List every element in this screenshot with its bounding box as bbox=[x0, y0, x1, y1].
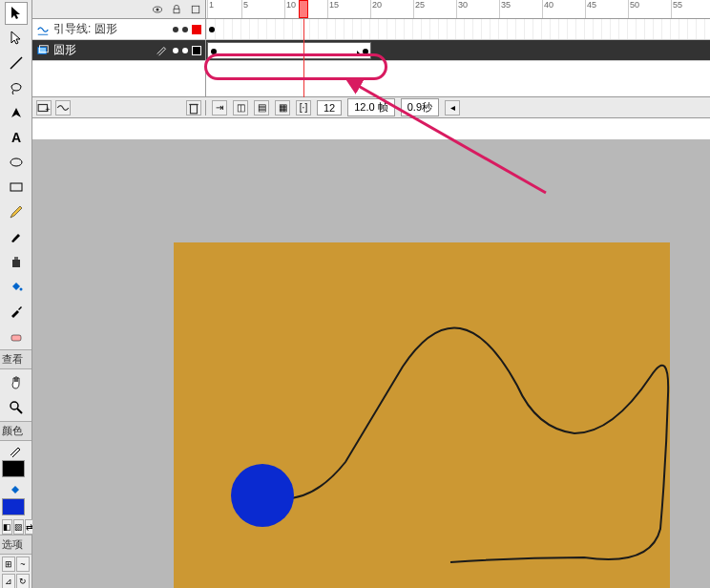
edit-multi-button[interactable]: ▦ bbox=[275, 100, 290, 116]
outline-icon[interactable] bbox=[190, 4, 201, 15]
ruler-tick: 50 bbox=[628, 0, 639, 18]
fill-bucket-icon bbox=[5, 483, 28, 496]
ruler-tick: 45 bbox=[585, 0, 596, 18]
layer-guide-frames[interactable] bbox=[206, 19, 710, 39]
selection-tool[interactable] bbox=[5, 2, 28, 25]
subselection-tool[interactable] bbox=[5, 27, 28, 50]
onion-markers-button[interactable]: [·] bbox=[296, 100, 311, 116]
ruler-tick: 20 bbox=[370, 0, 382, 18]
keyframe-icon[interactable] bbox=[209, 27, 215, 32]
rotate-button[interactable]: ↻ bbox=[16, 574, 30, 588]
ruler-tick: 1 bbox=[207, 0, 214, 18]
stroke-color-swatch[interactable] bbox=[2, 460, 25, 477]
svg-point-2 bbox=[10, 158, 22, 166]
document-canvas-area[interactable] bbox=[32, 139, 710, 588]
motion-guide-path bbox=[174, 242, 670, 588]
svg-rect-7 bbox=[11, 335, 21, 341]
hand-tool[interactable] bbox=[5, 371, 28, 394]
lasso-tool[interactable] bbox=[5, 76, 28, 99]
pencil-tool[interactable] bbox=[5, 200, 28, 223]
playhead-line bbox=[303, 40, 304, 61]
playhead-line bbox=[303, 61, 304, 97]
stroke-color-row bbox=[0, 441, 31, 479]
visibility-dot[interactable] bbox=[173, 27, 178, 32]
frame-ruler[interactable]: 1 5 10 15 20 25 30 35 40 45 50 55 60 bbox=[206, 0, 710, 18]
svg-line-9 bbox=[17, 409, 22, 413]
keyframe-icon bbox=[363, 49, 368, 54]
svg-text:+: + bbox=[45, 104, 50, 114]
svg-point-6 bbox=[19, 288, 22, 291]
fps-field[interactable]: 12.0 帧 bbox=[347, 98, 394, 116]
ruler-tick: 10 bbox=[284, 0, 296, 18]
layer-name: 圆形 bbox=[53, 42, 76, 58]
stage[interactable] bbox=[174, 242, 670, 588]
stroke-pencil-icon bbox=[5, 445, 28, 458]
ruler-tick: 25 bbox=[413, 0, 425, 18]
delete-layer-button[interactable] bbox=[186, 100, 201, 116]
svg-rect-5 bbox=[14, 257, 18, 260]
frame-span[interactable] bbox=[207, 42, 371, 59]
ruler-tick: 40 bbox=[542, 0, 553, 18]
layer-cell-guide[interactable]: 引导线: 圆形 bbox=[32, 19, 206, 39]
snap-button[interactable]: ⊞ bbox=[2, 556, 15, 572]
tween-arrow-icon bbox=[218, 53, 359, 54]
ruler-tick: 5 bbox=[241, 0, 248, 18]
center-frame-button[interactable]: ⇥ bbox=[212, 100, 227, 116]
onion-outline-button[interactable]: ▤ bbox=[254, 100, 269, 116]
default-colors-button[interactable]: ◧ bbox=[2, 519, 12, 535]
eyedropper-tool[interactable] bbox=[5, 300, 28, 323]
layer-icon bbox=[36, 44, 50, 57]
visibility-dot[interactable] bbox=[173, 48, 178, 53]
elapsed-field: 0.9秒 bbox=[401, 98, 439, 116]
straighten-button[interactable]: ⊿ bbox=[2, 574, 15, 588]
paint-bucket-tool[interactable] bbox=[5, 275, 28, 298]
eye-icon[interactable] bbox=[152, 4, 163, 15]
pencil-edit-icon bbox=[156, 44, 169, 57]
svg-rect-3 bbox=[10, 183, 22, 191]
options-row2: ⊿ ↻ bbox=[0, 574, 31, 588]
smooth-button[interactable]: ~ bbox=[16, 556, 30, 572]
text-tool[interactable]: A bbox=[5, 126, 28, 149]
no-color-button[interactable]: ▨ bbox=[13, 519, 24, 535]
color-mini-buttons: ◧ ▨ ⇄ bbox=[0, 519, 31, 535]
line-tool[interactable] bbox=[5, 52, 28, 74]
playhead[interactable] bbox=[299, 0, 308, 18]
lock-icon[interactable] bbox=[171, 4, 182, 15]
add-layer-button[interactable]: + bbox=[36, 100, 52, 116]
add-guide-button[interactable] bbox=[55, 100, 71, 116]
fill-color-swatch[interactable] bbox=[2, 498, 25, 515]
svg-point-11 bbox=[157, 8, 159, 10]
timeline-ruler-row: 1 5 10 15 20 25 30 35 40 45 50 55 60 bbox=[32, 0, 710, 19]
svg-rect-4 bbox=[12, 260, 20, 267]
timeline-footer: + ⇥ ◫ ▤ ▦ [·] 12 12.0 帧 0.9秒 ◂ bbox=[32, 97, 710, 118]
outline-color-swatch[interactable] bbox=[192, 46, 201, 55]
current-frame-field[interactable]: 12 bbox=[317, 100, 342, 116]
color-section-label: 颜色 bbox=[0, 421, 31, 441]
rectangle-tool[interactable] bbox=[5, 176, 28, 199]
oval-tool[interactable] bbox=[5, 151, 28, 174]
lock-dot[interactable] bbox=[182, 48, 188, 53]
lock-dot[interactable] bbox=[182, 27, 188, 32]
layer-name: 引导线: 圆形 bbox=[53, 21, 117, 37]
layer-cell-shape[interactable]: 圆形 bbox=[32, 40, 206, 60]
layer-row-shape[interactable]: 圆形 bbox=[32, 40, 710, 61]
ink-bottle-tool[interactable] bbox=[5, 250, 28, 273]
ruler-tick: 35 bbox=[499, 0, 511, 18]
blue-circle-symbol[interactable] bbox=[231, 464, 294, 527]
scroll-left-button[interactable]: ◂ bbox=[445, 100, 460, 116]
brush-tool[interactable] bbox=[5, 225, 28, 248]
layer-column-header bbox=[32, 0, 206, 18]
guide-layer-icon bbox=[36, 23, 50, 36]
outline-color-swatch[interactable] bbox=[192, 25, 201, 34]
svg-rect-12 bbox=[174, 9, 179, 13]
layer-shape-frames[interactable] bbox=[206, 40, 710, 60]
tools-panel: A 查看 颜色 ◧ ▨ ⇄ 选项 ⊞ ~ ⊿ ↻ bbox=[0, 0, 32, 588]
pen-tool[interactable] bbox=[5, 101, 28, 124]
eraser-tool[interactable] bbox=[5, 325, 28, 347]
svg-line-0 bbox=[10, 57, 22, 69]
layer-buttons: + bbox=[32, 100, 206, 116]
zoom-tool[interactable] bbox=[5, 396, 28, 419]
options-section-label: 选项 bbox=[0, 535, 31, 555]
layer-row-guide[interactable]: 引导线: 圆形 bbox=[32, 19, 710, 40]
onion-skin-button[interactable]: ◫ bbox=[233, 100, 248, 116]
